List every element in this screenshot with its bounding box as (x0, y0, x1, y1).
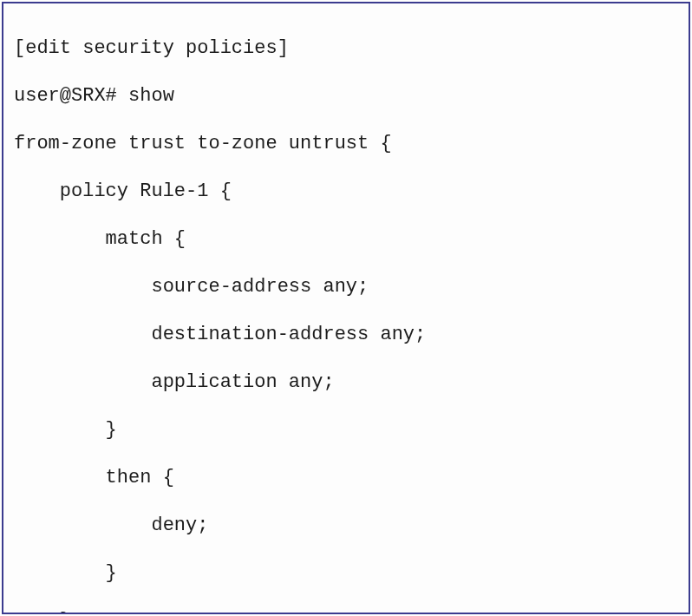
terminal-output: [edit security policies] user@SRX# show … (2, 2, 690, 614)
rule1-close: } (14, 609, 678, 615)
rule1-destination-address: destination-address any; (14, 323, 678, 347)
zone-open-line: from-zone trust to-zone untrust { (14, 132, 678, 156)
rule1-open: policy Rule-1 { (14, 180, 678, 204)
rule1-match-open: match { (14, 227, 678, 252)
rule1-action-deny: deny; (14, 514, 678, 538)
rule1-then-close: } (14, 561, 678, 586)
rule1-then-open: then { (14, 466, 678, 490)
edit-context-line: [edit security policies] (14, 36, 678, 61)
rule1-source-address: source-address any; (14, 275, 678, 299)
rule1-application: application any; (14, 370, 678, 395)
rule1-match-close: } (14, 418, 678, 442)
prompt-line: user@SRX# show (14, 84, 678, 108)
